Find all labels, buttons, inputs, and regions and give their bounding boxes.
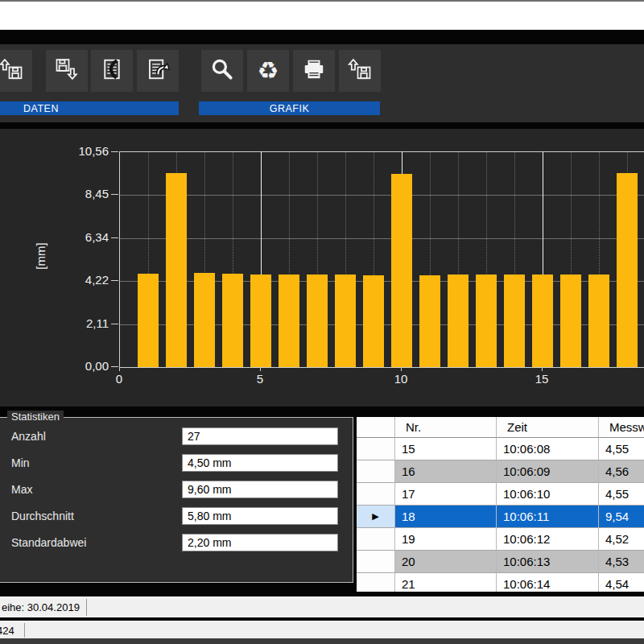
x-tick-label: 5 bbox=[244, 372, 276, 386]
row-selector-cell[interactable] bbox=[357, 528, 395, 551]
measurement-table[interactable]: Nr.ZeitMesswert1510:06:084,551610:06:094… bbox=[357, 417, 644, 592]
floppy-arrow-down-icon bbox=[55, 57, 79, 85]
status-bar-bottom: 424 bbox=[0, 621, 644, 639]
row-selector-cell[interactable] bbox=[357, 573, 395, 592]
cell-zeit[interactable]: 10:06:12 bbox=[497, 528, 599, 551]
cell-nr[interactable]: 18 bbox=[395, 506, 497, 528]
column-header-selector[interactable] bbox=[357, 417, 395, 438]
chart-bar bbox=[588, 275, 609, 367]
stat-field-max[interactable]: 9,60 mm bbox=[182, 481, 338, 498]
cell-messwert[interactable]: 4,55 bbox=[599, 483, 644, 506]
y-tick-mark bbox=[111, 280, 118, 281]
zoom-graphic-button[interactable] bbox=[201, 50, 243, 92]
y-tick-label: 6,34 bbox=[52, 230, 109, 245]
cell-messwert[interactable]: 4,54 bbox=[599, 573, 644, 592]
column-header-messwert[interactable]: Messwert bbox=[599, 417, 644, 438]
print-graphic-button[interactable] bbox=[293, 50, 335, 92]
chart-bar bbox=[307, 275, 328, 368]
cell-nr[interactable]: 19 bbox=[395, 528, 497, 551]
statistics-groupbox: Statistiken Anzahl27Min4,50 mmMax9,60 mm… bbox=[0, 417, 353, 583]
status-count: 424 bbox=[0, 621, 14, 639]
cell-nr[interactable]: 17 bbox=[395, 483, 497, 506]
chart-bar bbox=[363, 275, 384, 367]
y-tick-mark bbox=[111, 151, 118, 152]
export-data-button[interactable] bbox=[137, 50, 179, 92]
cell-messwert[interactable]: 9,54 bbox=[599, 506, 644, 528]
row-selector-cell[interactable] bbox=[357, 551, 395, 573]
row-selector-cell[interactable] bbox=[357, 460, 395, 483]
magnifier-icon bbox=[210, 57, 234, 85]
printer-icon bbox=[302, 57, 326, 85]
x-tick-mark bbox=[260, 367, 261, 371]
y-tick-label: 8,45 bbox=[52, 187, 109, 201]
x-tick-mark bbox=[119, 367, 120, 371]
stat-label-standardabwei: Standardabwei bbox=[11, 536, 86, 549]
recycle-icon: ♻ bbox=[258, 59, 279, 83]
stat-field-min[interactable]: 4,50 mm bbox=[182, 454, 338, 472]
chart-bar bbox=[560, 275, 581, 367]
cell-nr[interactable]: 21 bbox=[395, 573, 497, 592]
y-tick-label: 4,22 bbox=[52, 273, 109, 287]
window-bottom-edge bbox=[0, 638, 644, 644]
x-tick-mark bbox=[542, 367, 543, 371]
cell-zeit[interactable]: 10:06:08 bbox=[497, 438, 599, 460]
cell-messwert[interactable]: 4,56 bbox=[599, 460, 644, 483]
chart-bar bbox=[419, 275, 440, 367]
chart-bar bbox=[476, 275, 497, 367]
chart-bar bbox=[532, 275, 553, 367]
y-tick-mark bbox=[111, 324, 118, 324]
chart-bar bbox=[391, 174, 412, 367]
bar-chart-plot-area bbox=[119, 151, 644, 368]
y-tick-label: 2,11 bbox=[52, 316, 109, 331]
cell-messwert[interactable]: 4,55 bbox=[599, 438, 644, 460]
cell-messwert[interactable]: 4,52 bbox=[599, 528, 644, 551]
save-graphic-button[interactable] bbox=[339, 50, 381, 92]
column-header-zeit[interactable]: Zeit bbox=[497, 417, 599, 438]
cell-zeit[interactable]: 10:06:11 bbox=[497, 506, 599, 528]
chart-bar bbox=[617, 173, 638, 367]
cell-nr[interactable]: 20 bbox=[395, 551, 497, 573]
x-tick-label: 0 bbox=[103, 372, 135, 386]
cell-zeit[interactable]: 10:06:14 bbox=[497, 573, 599, 592]
current-row-arrow-icon: ▶ bbox=[372, 511, 378, 522]
row-selector-cell[interactable]: ▶ bbox=[357, 506, 395, 528]
save-data-button[interactable] bbox=[46, 50, 88, 92]
clear-data-button[interactable] bbox=[91, 50, 133, 92]
x-tick-label: 15 bbox=[526, 372, 558, 386]
stat-field-durchschnitt[interactable]: 5,80 mm bbox=[182, 507, 338, 525]
x-tick-label: 10 bbox=[385, 372, 417, 386]
status-separator bbox=[86, 599, 87, 616]
cell-nr[interactable]: 15 bbox=[395, 438, 497, 460]
y-tick-label: 10,56 bbox=[52, 144, 109, 159]
cell-nr[interactable]: 16 bbox=[395, 460, 497, 483]
open-data-button[interactable] bbox=[0, 50, 32, 92]
cell-zeit[interactable]: 10:06:09 bbox=[497, 460, 599, 483]
stat-label-durchschnitt: Durchschnitt bbox=[11, 510, 74, 522]
chart-bar bbox=[250, 275, 271, 368]
refresh-graphic-button[interactable]: ♻ bbox=[247, 50, 289, 92]
floppy-arrow-up-icon bbox=[348, 57, 372, 85]
column-header-nr[interactable]: Nr. bbox=[395, 417, 497, 438]
stat-label-min: Min bbox=[11, 456, 30, 469]
y-tick-mark bbox=[111, 194, 118, 195]
stat-label-max: Max bbox=[11, 483, 32, 496]
chart-bar bbox=[335, 275, 356, 368]
status-series-date: eihe: 30.04.2019 bbox=[2, 597, 80, 617]
chart-bar bbox=[138, 274, 159, 367]
stat-field-anzahl[interactable]: 27 bbox=[182, 427, 338, 445]
chart-bar bbox=[448, 275, 469, 367]
status-separator bbox=[24, 623, 25, 638]
chart-bar bbox=[194, 273, 215, 367]
chart-bar bbox=[166, 173, 187, 368]
stat-field-standardabwei[interactable]: 2,20 mm bbox=[182, 534, 338, 551]
statistics-title: Statistiken bbox=[7, 411, 64, 423]
chart-bar bbox=[222, 274, 243, 367]
cell-zeit[interactable]: 10:06:10 bbox=[497, 483, 599, 506]
row-selector-cell[interactable] bbox=[357, 438, 395, 460]
document-swoosh-icon bbox=[100, 57, 124, 85]
measurement-app-window: ♻ DATEN GRAFIK [mm] 0,002,114,226,348,45… bbox=[0, 0, 644, 644]
cell-messwert[interactable]: 4,53 bbox=[599, 551, 644, 573]
cell-zeit[interactable]: 10:06:13 bbox=[497, 551, 599, 573]
row-selector-cell[interactable] bbox=[357, 483, 395, 506]
y-tick-mark bbox=[111, 366, 118, 367]
